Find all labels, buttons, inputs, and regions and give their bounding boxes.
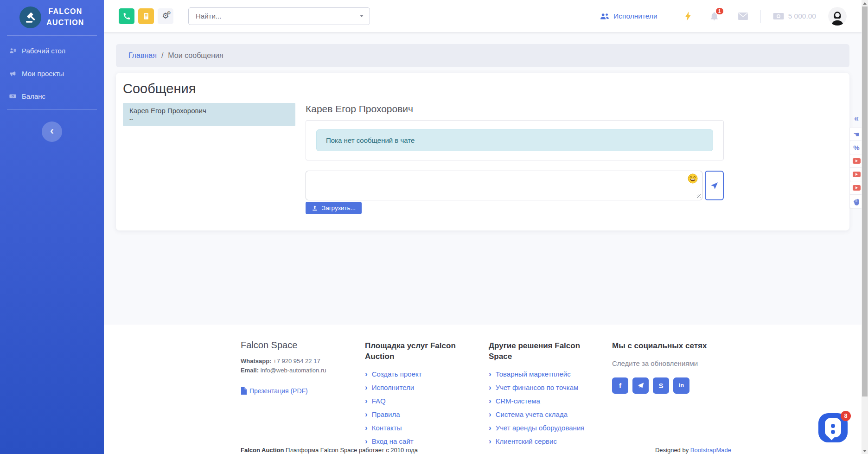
send-message-button[interactable] (705, 171, 724, 200)
scrollbar-down-arrow[interactable] (862, 448, 868, 454)
main-content: Главная / Мои сообщения Сообщения Карев … (104, 32, 868, 454)
message-input[interactable] (306, 171, 702, 200)
chat-contact-preview: -- (129, 116, 289, 122)
empty-chat-notice: Пока нет сообщений в чате (316, 129, 713, 151)
email-label: Email: (241, 367, 259, 374)
upload-file-button[interactable]: Загрузить... (306, 202, 362, 214)
avatar[interactable] (828, 7, 847, 26)
footer-link-performers[interactable]: Исполнители (365, 384, 489, 391)
telegram-icon (637, 382, 645, 389)
footer-link-client-service[interactable]: Клиентский сервис (489, 437, 612, 445)
chevron-right-icon (365, 437, 368, 445)
messages-container: Пока нет сообщений в чате (306, 120, 724, 160)
chevron-right-icon (489, 370, 491, 378)
search-box (188, 7, 370, 25)
journal-button[interactable] (138, 8, 154, 24)
presentation-pdf-link[interactable]: Презентация (PDF) (241, 387, 308, 395)
whatsapp-label: Whatsapp: (241, 358, 271, 364)
copyright: Falcon Auction Платформа Falcon Space ра… (241, 447, 418, 454)
youtube-icon (853, 158, 861, 164)
performers-label: Исполнители (613, 12, 657, 20)
chat-contact-name: Карев Егор Прохорович (129, 107, 289, 115)
upload-icon (312, 205, 318, 211)
skype-button[interactable]: S (653, 377, 669, 394)
linkedin-icon: in (679, 382, 684, 389)
footer-link-rules[interactable]: Правила (365, 410, 489, 418)
search-input[interactable] (195, 12, 360, 20)
footer-social-column: Мы с социальных сетях Следите за обновле… (612, 340, 731, 451)
sidebar: FALCON AUCTION Рабочий стол Мои проекты (0, 0, 104, 454)
page-scrollbar[interactable] (862, 0, 868, 454)
sidebar-item-label: Баланс (22, 92, 45, 100)
footer-bottom-bar: Falcon Auction Платформа Falcon Space ра… (241, 447, 731, 454)
chat-list: Карев Егор Прохорович -- (123, 103, 295, 214)
footer-link-faq[interactable]: FAQ (365, 397, 489, 405)
sidebar-item-desktop[interactable]: Рабочий стол (0, 39, 104, 62)
footer-link-login[interactable]: Вход на сайт (365, 437, 489, 445)
footer-link-finance[interactable]: Учет финансов по точкам (489, 384, 612, 391)
facebook-button[interactable]: f (612, 377, 628, 394)
footer-solutions-title: Другие решения Falcon Space (489, 341, 586, 362)
topbar: ⚙ ⚙ Исполнители 1 (104, 0, 868, 32)
scrollbar-up-arrow[interactable] (862, 0, 868, 6)
sidebar-item-projects[interactable]: Мои проекты (0, 62, 104, 85)
gear-small-icon: ⚙ (167, 11, 171, 15)
topbar-separator (760, 10, 761, 23)
messages-button[interactable] (738, 12, 748, 20)
chevron-right-icon (489, 397, 491, 405)
smiley-emoji-icon (688, 173, 698, 184)
telegram-button[interactable] (632, 377, 649, 394)
chevron-right-icon (489, 437, 491, 445)
hand-palm-icon (853, 198, 860, 205)
breadcrumb-home-link[interactable]: Главная (128, 51, 157, 60)
phone-button[interactable] (119, 8, 134, 24)
phone-icon (122, 12, 131, 20)
sidebar-item-balance[interactable]: Баланс (0, 85, 104, 108)
presentation-label: Презентация (PDF) (249, 387, 308, 395)
linkedin-button[interactable]: in (673, 377, 689, 394)
footer-link-create-project[interactable]: Создать проект (365, 370, 489, 378)
footer-link-contacts[interactable]: Контакты (365, 424, 489, 432)
brand[interactable]: FALCON AUCTION (0, 0, 104, 35)
balance-amount: 5 000.00 (788, 12, 816, 20)
sidebar-divider (7, 109, 97, 110)
emoji-picker-button[interactable] (688, 173, 698, 184)
envelope-icon (738, 12, 748, 20)
gavel-logo-icon (19, 6, 41, 28)
breadcrumb-current: Мои сообщения (168, 51, 223, 60)
chat-widget-badge: 8 (841, 411, 851, 421)
footer-link-warehouse[interactable]: Система учета склада (489, 410, 612, 418)
chat-bubble-dot (831, 424, 835, 428)
sidebar-item-label: Мои проекты (22, 70, 64, 77)
page-title: Сообщения (123, 81, 842, 96)
bolt-button[interactable] (684, 11, 692, 21)
messages-card: Сообщения Карев Егор Прохорович -- Карев… (116, 73, 849, 230)
pdf-file-icon (241, 387, 247, 395)
chat-bubble-dot (831, 430, 835, 434)
document-icon (142, 12, 150, 20)
balance-display[interactable]: 5 000.00 (773, 12, 816, 20)
chevron-right-icon (489, 410, 491, 418)
footer-social-title: Мы с социальных сетях (612, 341, 709, 352)
chevron-right-icon (365, 410, 368, 418)
toolbar-collapse-button[interactable] (854, 114, 859, 123)
scrollbar-thumb[interactable] (862, 6, 868, 396)
notifications-button[interactable]: 1 (709, 11, 719, 21)
chevron-down-icon (360, 15, 364, 17)
footer-link-marketplace[interactable]: Товарный маркетплейс (489, 370, 612, 378)
footer-link-rent[interactable]: Учет аренды оборудования (489, 424, 612, 432)
bootstrapmade-link[interactable]: BootstrapMade (690, 447, 731, 454)
youtube-icon (853, 185, 861, 191)
sidebar-nav: Рабочий стол Мои проекты Баланс (0, 36, 104, 109)
settings-button[interactable]: ⚙ ⚙ (158, 8, 173, 24)
chat-header-name: Карев Егор Прохорович (306, 103, 724, 115)
performers-link[interactable]: Исполнители (600, 12, 657, 20)
chevron-right-icon (365, 370, 368, 378)
chat-widget-button[interactable]: 8 (818, 413, 848, 442)
sidebar-collapse-button[interactable] (42, 121, 62, 142)
footer-link-crm[interactable]: CRM-система (489, 397, 612, 405)
money-bill-icon (9, 92, 17, 100)
chevron-right-icon (365, 424, 368, 432)
notifications-badge: 1 (716, 8, 723, 15)
chat-list-item[interactable]: Карев Егор Прохорович -- (123, 103, 295, 126)
